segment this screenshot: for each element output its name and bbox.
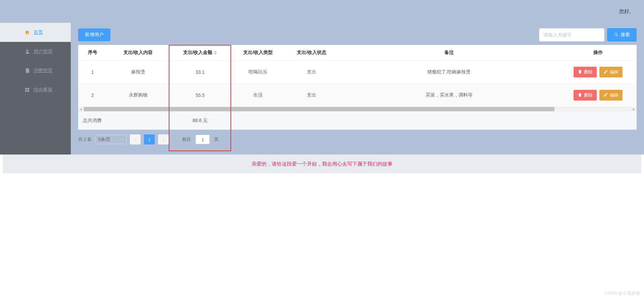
edit-button[interactable]: 编辑 xyxy=(599,67,623,77)
greeting-text: 您好, xyxy=(619,8,631,15)
search-button-label: 搜索 xyxy=(621,32,630,38)
chevron-down-icon: ▾ xyxy=(121,137,123,142)
search-input[interactable] xyxy=(539,28,604,42)
edit-button[interactable]: 编辑 xyxy=(599,90,623,101)
add-user-button[interactable]: 新增用户 xyxy=(78,28,110,41)
trash-icon xyxy=(578,69,582,75)
goto-prefix: 前往 xyxy=(182,136,191,142)
trash-icon xyxy=(578,93,582,98)
col-type: 支出/收入类型 xyxy=(231,45,285,61)
table-row: 2 永辉购物 55.5 生活 支出 买菜，买水果，调料等 删除 编辑 xyxy=(78,84,637,107)
horizontal-scrollbar[interactable]: ◂ ▸ xyxy=(78,107,637,112)
sidebar-item-label: 首页 xyxy=(34,29,43,36)
sidebar-item-expense[interactable]: 消费管理 xyxy=(0,61,71,80)
col-status: 支出/收入状态 xyxy=(285,45,338,61)
search-icon xyxy=(614,32,619,38)
page-prev-button[interactable]: ‹ xyxy=(130,134,141,144)
cell-remark: 猪瘾犯了,吃碗麻辣烫 xyxy=(338,61,559,84)
scroll-thumb[interactable] xyxy=(84,107,554,111)
cell-op: 删除 编辑 xyxy=(559,61,637,84)
col-amount[interactable]: 支出/收入金额 xyxy=(169,45,231,61)
footer-message: 亲爱的，请给这段爱一个开始，我会用心去写下属于我们的故事 xyxy=(252,161,392,167)
sidebar: 首页 用户管理 消费管理 待办事项 xyxy=(0,23,71,155)
sidebar-item-label: 待办事项 xyxy=(34,87,52,93)
pagination-total: 共 2 条 xyxy=(78,136,92,142)
search-button[interactable]: 搜索 xyxy=(607,28,637,42)
page-number-button[interactable]: 1 xyxy=(144,134,155,144)
home-icon xyxy=(24,29,30,36)
cell-content: 永辉购物 xyxy=(107,84,169,107)
sidebar-item-label: 消费管理 xyxy=(34,68,52,74)
cell-status: 支出 xyxy=(285,84,338,107)
sidebar-item-todo[interactable]: 待办事项 xyxy=(0,80,71,99)
sidebar-item-users[interactable]: 用户管理 xyxy=(0,42,71,61)
expense-table: 序号 支出/收入内容 支出/收入金额 支出/收入类型 支出/收入状态 备注 操作… xyxy=(78,45,637,107)
cell-op: 删除 编辑 xyxy=(559,84,637,107)
cell-index: 2 xyxy=(78,84,107,107)
pagination: 共 2 条 5条/页 ▾ ‹ 1 › 前往 页 xyxy=(78,130,637,149)
cell-status: 支出 xyxy=(285,61,338,84)
cell-remark: 买菜，买水果，调料等 xyxy=(338,84,559,107)
edit-icon xyxy=(603,69,608,75)
doc-icon xyxy=(24,68,30,74)
table-header-row: 序号 支出/收入内容 支出/收入金额 支出/收入类型 支出/收入状态 备注 操作 xyxy=(78,45,637,61)
col-op: 操作 xyxy=(559,45,637,61)
scroll-left-icon[interactable]: ◂ xyxy=(78,107,84,112)
delete-button[interactable]: 删除 xyxy=(574,90,597,101)
cell-content: 麻辣烫 xyxy=(107,61,169,84)
edit-icon xyxy=(603,93,608,98)
delete-button[interactable]: 删除 xyxy=(574,67,597,77)
app-header: 您好, xyxy=(0,0,644,23)
user-icon xyxy=(24,49,30,55)
sidebar-item-home[interactable]: 首页 xyxy=(0,23,71,42)
grid-icon xyxy=(24,87,30,93)
main-content: 新增用户 搜索 序号 支出/收入内容 支出/收入金额 xyxy=(71,23,644,155)
chevron-right-icon: › xyxy=(163,137,164,142)
cell-index: 1 xyxy=(78,61,107,84)
sort-icon xyxy=(214,51,217,55)
cell-type: 吃喝玩乐 xyxy=(231,61,285,84)
col-content: 支出/收入内容 xyxy=(107,45,169,61)
cell-type: 生活 xyxy=(231,84,285,107)
goto-suffix: 页 xyxy=(214,136,219,142)
page-size-label: 5条/页 xyxy=(98,136,110,142)
cell-amount: 33.1 xyxy=(169,61,231,84)
chevron-left-icon: ‹ xyxy=(135,137,136,142)
footer: 亲爱的，请给这段爱一个开始，我会用心去写下属于我们的故事 xyxy=(3,155,641,173)
col-remark: 备注 xyxy=(338,45,559,61)
summary-row: 总共消费 88.6 元 xyxy=(78,112,637,130)
page-next-button[interactable]: › xyxy=(158,134,169,144)
page-jump-input[interactable] xyxy=(196,135,210,144)
scroll-right-icon[interactable]: ▸ xyxy=(631,107,637,112)
summary-value: 88.6 元 xyxy=(169,118,231,124)
sidebar-item-label: 用户管理 xyxy=(34,49,52,55)
table-row: 1 麻辣烫 33.1 吃喝玩乐 支出 猪瘾犯了,吃碗麻辣烫 删除 编辑 xyxy=(78,61,637,84)
summary-label: 总共消费 xyxy=(78,118,107,124)
col-index: 序号 xyxy=(78,45,107,61)
page-size-select[interactable]: 5条/页 ▾ xyxy=(95,135,126,144)
cell-amount: 55.5 xyxy=(169,84,231,107)
